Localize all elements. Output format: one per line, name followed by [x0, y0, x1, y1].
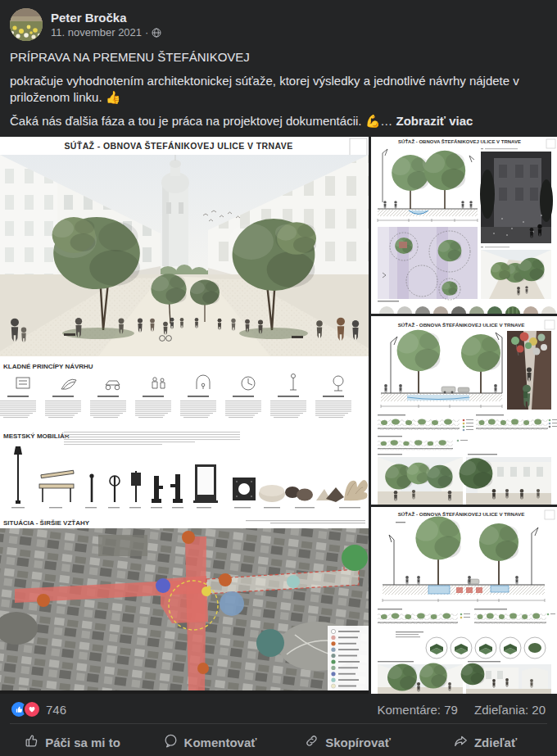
comment-icon: [163, 733, 179, 751]
entry-number-box: [545, 320, 555, 329]
mobiliar-heading: MESTSKÝ MOBILIÁR: [3, 432, 70, 440]
avatar-image: [10, 8, 43, 41]
citylight-panel: [193, 464, 218, 503]
globe-privacy-icon: [152, 28, 161, 38]
photo-grid: SÚŤAŽ - OBNOVA ŠTEFÁNIKOVEJ ULICE V TRNA…: [0, 137, 557, 694]
board4-title: SÚŤAŽ - OBNOVA ŠTEFÁNIKOVEJ ULICE V TRNA…: [398, 511, 525, 517]
board2-title: SÚŤAŽ - OBNOVA ŠTEFÁNIKOVEJ ULICE V TRNA…: [398, 138, 521, 144]
situacia-section: SITUÁCIA - ŠIRŠIE VZŤAHY: [0, 519, 369, 694]
date-separator: ·: [145, 25, 148, 39]
board2-night-photo: [480, 148, 553, 243]
photo-main-board[interactable]: SÚŤAŽ - OBNOVA ŠTEFÁNIKOVEJ ULICE V TRNA…: [0, 137, 369, 694]
board2-plan-view: [378, 227, 478, 300]
render-left: [378, 457, 463, 505]
post-text-line3: Čaká nás ďalšia fáza a tou je práca na p…: [10, 113, 547, 129]
comment-button[interactable]: Komentovať: [141, 726, 278, 756]
main-board-title: SÚŤAŽ - OBNOVA ŠTEFÁNIKOVEJ ULICE V TRNA…: [64, 141, 292, 151]
like-button[interactable]: Páči sa mi to: [3, 726, 141, 756]
post-text-line1: PRÍPRAVA NA PREMENU ŠTEFÁNIKOVEJ: [10, 49, 547, 66]
comment-button-label: Komentovať: [184, 736, 257, 749]
entry-number-box: [350, 138, 367, 156]
post-subline: 11. november 2021 ·: [51, 25, 161, 39]
post-text-line2: pokračuje vyhodnotením architektonickej …: [10, 73, 547, 106]
share-button-label: Zdieľať: [474, 736, 517, 749]
engagement-stats: 746 Komentáre: 79 Zdieľania: 20: [0, 694, 557, 723]
stone-seat: [259, 485, 285, 502]
action-bar: Páči sa mi to Komentovať Skopírovať: [0, 724, 557, 756]
principles-heading: KLADNÉ PRINCÍPY NÁVRHU: [3, 363, 93, 370]
like-icon: [24, 733, 39, 751]
link-icon: [304, 733, 319, 751]
board2-street-render: [481, 247, 551, 299]
photo-board-3[interactable]: SÚŤAŽ - OBNOVA ŠTEFÁNIKOVEJ ULICE V TRNA…: [371, 316, 557, 505]
share-icon: [453, 733, 469, 751]
street-render: [0, 155, 369, 356]
map-legend: [328, 626, 369, 690]
entry-number-box: [546, 139, 555, 148]
author-name[interactable]: Peter Bročka: [51, 10, 161, 25]
post-date[interactable]: 11. november 2021: [51, 25, 142, 39]
board3-title: SÚŤAŽ - OBNOVA ŠTEFÁNIKOVEJ ULICE V TRNA…: [398, 322, 525, 328]
share-count[interactable]: Zdieľania: 20: [474, 703, 546, 717]
reaction-icons: [10, 700, 41, 718]
comment-count[interactable]: Komentáre: 79: [377, 703, 457, 717]
tree-grate: [233, 478, 256, 500]
reaction-summary[interactable]: 746: [10, 700, 66, 718]
facebook-post: Peter Bročka 11. november 2021 · PRÍPRAV…: [0, 0, 557, 756]
post-text: PRÍPRAVA NA PREMENU ŠTEFÁNIKOVEJ pokraču…: [10, 49, 547, 129]
principles-section: KLADNÉ PRINCÍPY NÁVRHU: [0, 356, 369, 427]
see-more-link[interactable]: Zobraziť viac: [396, 114, 473, 128]
board3-alley-photo: [507, 331, 551, 410]
situacia-heading: SITUÁCIA - ŠIRŠIE VZŤAHY: [3, 519, 90, 527]
copy-link-button[interactable]: Skopírovať: [278, 726, 416, 756]
stats-right: Komentáre: 79 Zdieľania: 20: [364, 703, 546, 717]
love-reaction-icon: [23, 700, 41, 718]
render-right: [460, 663, 551, 694]
header-meta: Peter Bročka 11. november 2021 ·: [51, 10, 161, 39]
photo-board-2[interactable]: SÚŤAŽ - OBNOVA ŠTEFÁNIKOVEJ ULICE V TRNA…: [371, 137, 557, 314]
share-button[interactable]: Zdieľať: [416, 726, 554, 756]
render-right: [458, 457, 551, 505]
aerial-map: [0, 528, 369, 694]
like-button-label: Páči sa mi to: [45, 736, 120, 749]
render-left: [378, 663, 463, 694]
copy-button-label: Skopírovať: [325, 736, 391, 749]
avatar[interactable]: [10, 8, 43, 41]
post-text-line3-text: Čaká nás ďalšia fáza a tou je práca na p…: [10, 114, 396, 128]
entry-number-box: [545, 510, 555, 519]
reaction-count: 746: [46, 703, 66, 717]
side-photo-column: SÚŤAŽ - OBNOVA ŠTEFÁNIKOVEJ ULICE V TRNA…: [371, 137, 557, 694]
photo-board-4[interactable]: SÚŤAŽ - OBNOVA ŠTEFÁNIKOVEJ ULICE V TRNA…: [371, 507, 557, 694]
post-header: Peter Bročka 11. november 2021 ·: [0, 0, 557, 44]
